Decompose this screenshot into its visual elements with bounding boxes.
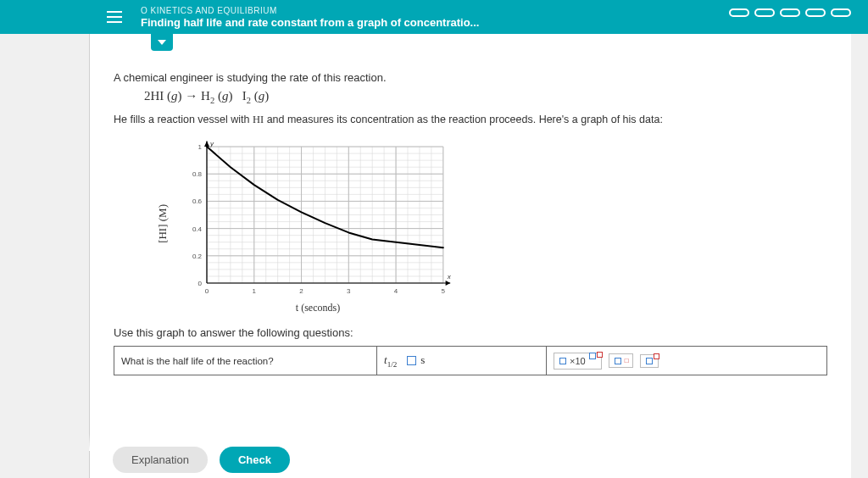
svg-text:0: 0 <box>205 287 209 295</box>
sci-notation-tool[interactable]: ×10 <box>554 353 602 370</box>
prompt-text-2: He fills a reaction vessel with HI and m… <box>114 114 827 126</box>
svg-text:1: 1 <box>198 143 203 151</box>
svg-text:1: 1 <box>253 287 257 295</box>
menu-icon[interactable] <box>95 0 134 34</box>
breadcrumb: O KINETICS AND EQUILIBRIUM <box>141 6 479 15</box>
question-cell: What is the half life of the reaction? <box>114 347 377 375</box>
svg-text:x: x <box>447 273 452 281</box>
progress-indicator <box>729 8 851 17</box>
page-title: Finding half life and rate constant from… <box>141 16 479 29</box>
svg-text:3: 3 <box>347 287 351 295</box>
svg-text:0.4: 0.4 <box>192 225 203 233</box>
explanation-button[interactable]: Explanation <box>113 447 208 473</box>
svg-text:4: 4 <box>394 287 398 295</box>
dropdown-toggle[interactable] <box>151 34 173 51</box>
tool-box-3[interactable] <box>640 354 659 368</box>
tools-cell: ×10 □ <box>547 347 827 375</box>
svg-text:0.6: 0.6 <box>192 197 203 205</box>
svg-text:0.8: 0.8 <box>192 170 203 178</box>
check-button[interactable]: Check <box>220 447 290 473</box>
table-row: What is the half life of the reaction? t… <box>114 347 827 375</box>
chart-x-axis-label: t (seconds) <box>296 302 340 314</box>
svg-text:0.2: 0.2 <box>192 253 203 260</box>
svg-marker-56 <box>446 281 451 286</box>
concentration-chart: [HI] (M) 01234500.20.40.60.81xy t (secon… <box>154 133 827 314</box>
content: A chemical engineer is studying the rate… <box>89 34 851 478</box>
question-intro: Use this graph to answer the following q… <box>114 326 827 339</box>
reaction-equation: 2HI (g) → H2 (g) I2 (g) <box>144 89 827 105</box>
prompt-text-1: A chemical engineer is studying the rate… <box>114 71 827 84</box>
tool-box-2[interactable]: □ <box>609 353 633 368</box>
svg-text:5: 5 <box>442 287 446 295</box>
answer-cell[interactable]: t1/2 s <box>377 347 547 375</box>
chart-svg: 01234500.20.40.60.81xy <box>178 133 458 298</box>
question-table: What is the half life of the reaction? t… <box>114 346 827 375</box>
answer-input-box[interactable] <box>407 356 416 365</box>
svg-text:2: 2 <box>299 287 303 295</box>
svg-text:0: 0 <box>198 280 203 287</box>
chart-y-axis-label: [HI] (M) <box>154 204 171 243</box>
